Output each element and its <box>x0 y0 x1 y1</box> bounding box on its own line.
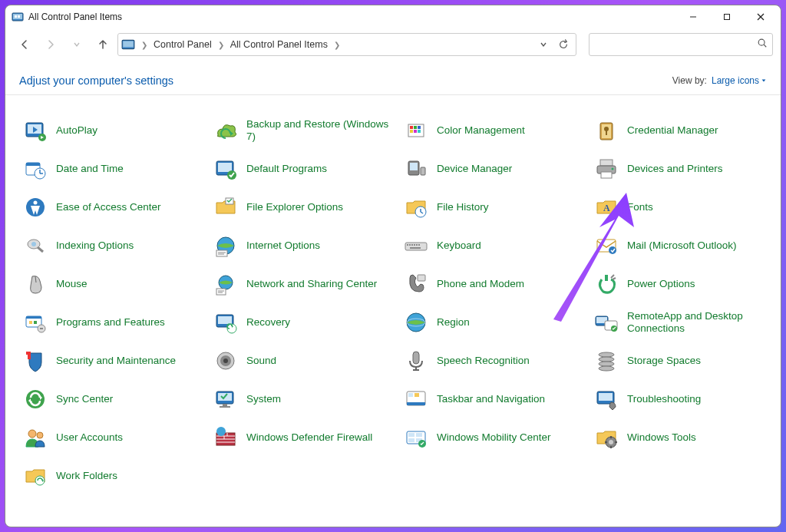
recent-dropdown-button[interactable] <box>65 33 88 56</box>
phone-icon <box>403 271 429 297</box>
credential-icon <box>593 117 619 144</box>
ease-icon <box>22 194 48 220</box>
cp-item-autoplay[interactable]: AutoPlay <box>19 112 203 149</box>
address-dropdown-button[interactable] <box>534 35 553 54</box>
breadcrumb-root[interactable]: Control Panel <box>150 38 215 51</box>
view-by: View by: Large icons <box>672 75 767 86</box>
cp-item-mail-microsoft-outlook-[interactable]: Mail (Microsoft Outlook) <box>590 227 774 264</box>
search-box[interactable] <box>589 33 773 56</box>
cp-item-device-manager[interactable]: Device Manager <box>400 150 584 187</box>
cp-item-ease-of-access-center[interactable]: Ease of Access Center <box>19 189 203 226</box>
color-icon <box>403 117 429 144</box>
cp-item-speech-recognition[interactable]: Speech Recognition <box>400 342 584 379</box>
cp-item-devices-and-printers[interactable]: Devices and Printers <box>590 150 774 187</box>
cp-item-label: Device Manager <box>437 163 512 175</box>
recovery-icon <box>213 309 239 335</box>
cp-item-security-and-maintenance[interactable]: Security and Maintenance <box>19 342 203 379</box>
heading-row: Adjust your computer's settings View by:… <box>5 61 781 95</box>
cp-item-power-options[interactable]: Power Options <box>590 266 774 302</box>
chevron-right-icon[interactable]: ❯ <box>332 41 342 49</box>
cp-item-network-and-sharing-center[interactable]: Network and Sharing Center <box>210 266 394 302</box>
minimize-button[interactable] <box>676 6 710 28</box>
cp-item-troubleshooting[interactable]: Troubleshooting <box>590 381 774 418</box>
chevron-right-icon[interactable]: ❯ <box>216 41 226 49</box>
cp-item-label: Ease of Access Center <box>56 201 161 213</box>
cp-item-label: Sound <box>246 355 276 367</box>
cp-item-mouse[interactable]: Mouse <box>19 266 203 302</box>
cp-item-backup-and-restore-windows-7-[interactable]: Backup and Restore (Windows 7) <box>210 112 394 149</box>
cp-item-label: Windows Mobility Center <box>437 431 551 444</box>
cp-item-label: Windows Defender Firewall <box>246 431 372 444</box>
up-button[interactable] <box>91 33 114 56</box>
printers-icon <box>593 156 619 182</box>
search-input[interactable] <box>594 39 757 50</box>
cp-item-file-history[interactable]: File History <box>400 189 584 226</box>
cp-item-label: Devices and Printers <box>627 163 723 175</box>
region-icon <box>403 309 429 335</box>
svg-rect-3 <box>18 15 20 18</box>
cp-item-label: Programs and Features <box>56 316 165 329</box>
cp-item-storage-spaces[interactable]: Storage Spaces <box>590 342 774 379</box>
fonts-icon <box>593 194 619 220</box>
address-bar[interactable]: ❯ Control Panel ❯ All Control Panel Item… <box>117 33 576 56</box>
cp-item-label: Credential Manager <box>627 124 718 137</box>
cp-item-phone-and-modem[interactable]: Phone and Modem <box>400 266 584 302</box>
cp-item-sync-center[interactable]: Sync Center <box>19 381 203 418</box>
work-folders-icon <box>22 463 48 489</box>
cp-item-indexing-options[interactable]: Indexing Options <box>19 227 203 264</box>
cp-item-keyboard[interactable]: Keyboard <box>400 227 584 264</box>
system-icon <box>213 386 239 412</box>
cp-item-credential-manager[interactable]: Credential Manager <box>590 112 774 149</box>
chevron-right-icon[interactable]: ❯ <box>140 41 149 49</box>
cp-item-label: Network and Sharing Center <box>246 278 377 290</box>
items-area: AutoPlayBackup and Restore (Windows 7)Co… <box>5 101 781 527</box>
cp-item-work-folders[interactable]: Work Folders <box>19 458 203 494</box>
indexing-icon <box>22 233 48 259</box>
power-icon <box>593 271 619 297</box>
mail-icon <box>593 233 619 259</box>
refresh-button[interactable] <box>554 35 573 54</box>
cp-item-remoteapp-and-desktop-connections[interactable]: RemoteApp and Desktop Connections <box>590 304 774 341</box>
sound-icon <box>213 348 239 374</box>
cp-item-programs-and-features[interactable]: Programs and Features <box>19 304 203 341</box>
cp-item-internet-options[interactable]: Internet Options <box>210 227 394 264</box>
cp-item-label: Backup and Restore (Windows 7) <box>246 118 391 142</box>
taskbar-icon <box>403 386 429 412</box>
sync-icon <box>22 386 48 412</box>
forward-button[interactable] <box>39 33 62 56</box>
nav-toolbar: ❯ Control Panel ❯ All Control Panel Item… <box>5 28 781 61</box>
cp-item-sound[interactable]: Sound <box>210 342 394 379</box>
breadcrumb-current[interactable]: All Control Panel Items <box>227 38 331 51</box>
page-heading: Adjust your computer's settings <box>19 74 173 87</box>
back-button[interactable] <box>13 33 36 56</box>
cp-item-date-and-time[interactable]: Date and Time <box>19 150 203 187</box>
cp-item-label: Troubleshooting <box>627 393 701 405</box>
cp-item-label: Sync Center <box>56 393 113 405</box>
autoplay-icon <box>22 117 48 144</box>
default-programs-icon <box>213 156 239 182</box>
tools-icon <box>593 425 619 451</box>
cp-item-label: Default Programs <box>246 163 327 175</box>
cp-item-default-programs[interactable]: Default Programs <box>210 150 394 187</box>
close-button[interactable] <box>744 6 778 28</box>
control-panel-icon <box>12 11 24 23</box>
programs-icon <box>22 309 48 335</box>
cp-item-label: Keyboard <box>437 240 481 252</box>
security-icon <box>22 348 48 374</box>
cp-item-user-accounts[interactable]: User Accounts <box>19 419 203 456</box>
cp-item-taskbar-and-navigation[interactable]: Taskbar and Navigation <box>400 381 584 418</box>
cp-item-recovery[interactable]: Recovery <box>210 304 394 341</box>
titlebar: All Control Panel Items <box>5 5 781 28</box>
cp-item-color-management[interactable]: Color Management <box>400 112 584 149</box>
cp-item-file-explorer-options[interactable]: File Explorer Options <box>210 189 394 226</box>
cp-item-windows-defender-firewall[interactable]: Windows Defender Firewall <box>210 419 394 456</box>
cp-item-region[interactable]: Region <box>400 304 584 341</box>
cp-item-windows-tools[interactable]: Windows Tools <box>590 419 774 456</box>
cp-item-label: Speech Recognition <box>437 355 530 367</box>
maximize-button[interactable] <box>710 6 744 28</box>
view-by-dropdown[interactable]: Large icons <box>712 75 767 86</box>
cp-item-system[interactable]: System <box>210 381 394 418</box>
cp-item-windows-mobility-center[interactable]: Windows Mobility Center <box>400 419 584 456</box>
cp-item-fonts[interactable]: Fonts <box>590 189 774 226</box>
cp-item-label: User Accounts <box>56 431 123 444</box>
